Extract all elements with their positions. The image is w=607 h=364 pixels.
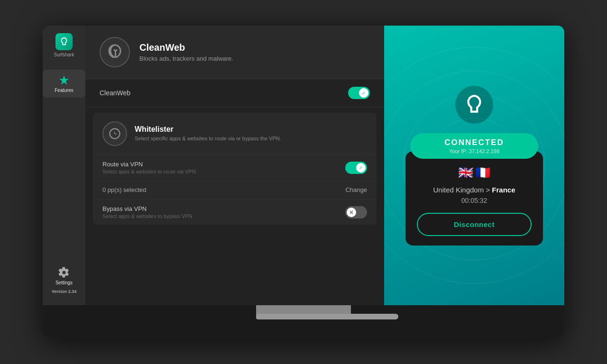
pp-selected-row: 0 pp(s) selected Change (93, 180, 377, 199)
surfshark-big-logo-svg (462, 93, 486, 117)
from-country: United Kingdom (433, 186, 484, 194)
sidebar-logo[interactable]: Surfshark (54, 33, 74, 57)
whitelister-icon (108, 127, 121, 140)
sidebar-logo-label: Surfshark (54, 52, 74, 57)
cleanweb-toggle-label: CleanWeb (100, 89, 130, 97)
to-country: France (492, 186, 515, 194)
tv-outer: Surfshark Features Settings Version 2.34 (43, 26, 564, 338)
bypass-via-vpn-left: Bypass via VPN Select apps & websites to… (102, 205, 193, 219)
bypass-via-vpn-toggle-knob (347, 208, 356, 217)
route-via-vpn-desc: Select apps & websites to route via VPN (102, 169, 196, 174)
tv-stand (256, 305, 351, 319)
info-card: 🇬🇧 🇫🇷 United Kingdom > France 00:05:32 D… (405, 151, 543, 246)
main-content: CleanWeb Blocks ads, trackers and malwar… (85, 26, 384, 305)
bypass-via-vpn-row: Bypass via VPN Select apps & websites to… (93, 199, 377, 225)
connected-badge: CONNECTED Your IP: 37.142.2.198 (410, 133, 538, 159)
cleanweb-toggle-knob: ✓ (359, 88, 368, 98)
whitelister-header-text: Whitelister Select specific apps & websi… (135, 125, 281, 142)
route-via-vpn-left: Route via VPN Select apps & websites to … (102, 161, 196, 174)
bypass-via-vpn-desc: Select apps & websites to bypass VPN (102, 213, 193, 219)
whitelister-description: Select specific apps & websites to route… (135, 135, 281, 142)
whitelister-header: Whitelister Select specific apps & websi… (93, 113, 377, 155)
tv-screen: Surfshark Features Settings Version 2.34 (43, 26, 564, 305)
right-panel: CONNECTED Your IP: 37.142.2.198 🇬🇧 🇫🇷 Un… (384, 26, 564, 305)
version-prefix: Version (52, 289, 68, 294)
timer-text: 00:05:32 (417, 197, 532, 204)
cleanweb-header-text: CleanWeb Blocks ads, trackers and malwar… (139, 42, 233, 62)
sidebar-item-features[interactable]: Features (43, 70, 85, 98)
flag-from: 🇬🇧 (458, 165, 473, 180)
cleanweb-header: CleanWeb Blocks ads, trackers and malwar… (85, 26, 384, 79)
sidebar-item-settings[interactable]: Settings (55, 267, 73, 285)
surfshark-logo-icon (55, 33, 73, 50)
surfshark-big-logo (455, 86, 493, 124)
route-via-vpn-toggle-knob: ✓ (356, 163, 366, 173)
bypass-toggle-x-icon (349, 210, 354, 215)
route-text: United Kingdom > France (417, 186, 532, 194)
sidebar: Surfshark Features Settings Version 2.34 (43, 26, 85, 305)
cleanweb-toggle-check: ✓ (362, 91, 366, 96)
route-arrow: > (486, 186, 492, 194)
flag-to: 🇫🇷 (475, 165, 490, 180)
change-button[interactable]: Change (345, 186, 367, 193)
bypass-via-vpn-toggle[interactable] (345, 206, 367, 218)
disconnect-button[interactable]: Disconnect (417, 213, 532, 236)
whitelister-section: Whitelister Select specific apps & websi… (93, 113, 377, 225)
version-text: Version 2.34 (52, 289, 77, 298)
settings-icon (58, 267, 70, 278)
cleanweb-toggle-row: CleanWeb ✓ (85, 79, 384, 107)
whitelister-title: Whitelister (135, 125, 281, 134)
connected-text: CONNECTED (429, 138, 519, 147)
route-via-vpn-row: Route via VPN Select apps & websites to … (93, 155, 377, 180)
flags-row: 🇬🇧 🇫🇷 (417, 165, 532, 180)
route-via-vpn-label: Route via VPN (102, 161, 196, 168)
sidebar-item-features-label: Features (55, 88, 73, 93)
version-number: 2.34 (68, 289, 77, 294)
cleanweb-toggle[interactable]: ✓ (348, 87, 370, 99)
bypass-via-vpn-label: Bypass via VPN (102, 205, 193, 212)
features-icon (58, 74, 70, 86)
cleanweb-icon-circle (100, 37, 130, 67)
cleanweb-title: CleanWeb (139, 42, 233, 53)
route-via-vpn-check: ✓ (359, 165, 363, 170)
cleanweb-description: Blocks ads, trackers and malware. (139, 55, 233, 62)
route-via-vpn-toggle[interactable]: ✓ (345, 162, 367, 174)
connection-card-wrapper: CONNECTED Your IP: 37.142.2.198 🇬🇧 🇫🇷 Un… (405, 133, 543, 246)
sidebar-item-settings-label: Settings (55, 280, 73, 285)
cleanweb-icon (106, 44, 123, 61)
whitelister-icon-circle (102, 121, 127, 146)
pp-count: 0 pp(s) selected (102, 186, 147, 193)
surfshark-logo-svg (59, 36, 69, 47)
ip-text: Your IP: 37.142.2.198 (429, 148, 519, 154)
